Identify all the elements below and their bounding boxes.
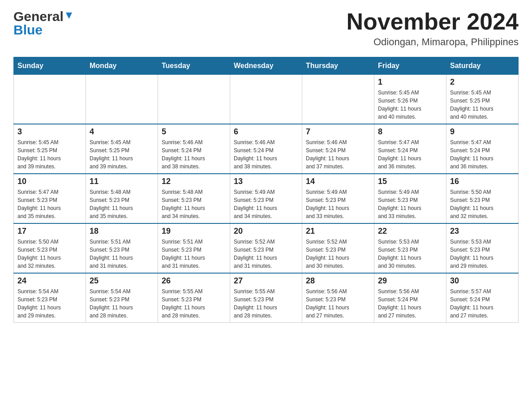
calendar-cell: 16Sunrise: 5:50 AM Sunset: 5:23 PM Dayli…: [446, 174, 519, 223]
day-info: Sunrise: 5:51 AM Sunset: 5:23 PM Dayligh…: [162, 238, 226, 270]
calendar-header-tuesday: Tuesday: [158, 57, 230, 75]
day-info: Sunrise: 5:45 AM Sunset: 5:26 PM Dayligh…: [378, 89, 442, 121]
day-number: 13: [234, 177, 298, 186]
calendar-cell: 9Sunrise: 5:47 AM Sunset: 5:24 PM Daylig…: [446, 124, 519, 174]
calendar-week-row: 3Sunrise: 5:45 AM Sunset: 5:25 PM Daylig…: [14, 124, 519, 174]
logo-blue: Blue: [13, 22, 43, 38]
calendar-cell: 12Sunrise: 5:48 AM Sunset: 5:23 PM Dayli…: [158, 174, 230, 223]
day-info: Sunrise: 5:49 AM Sunset: 5:23 PM Dayligh…: [378, 188, 442, 220]
day-number: 19: [162, 227, 226, 236]
day-info: Sunrise: 5:46 AM Sunset: 5:24 PM Dayligh…: [306, 138, 370, 171]
calendar-cell: [158, 75, 230, 124]
day-info: Sunrise: 5:54 AM Sunset: 5:23 PM Dayligh…: [17, 287, 82, 320]
calendar-header-row: SundayMondayTuesdayWednesdayThursdayFrid…: [14, 57, 519, 75]
day-info: Sunrise: 5:50 AM Sunset: 5:23 PM Dayligh…: [17, 238, 82, 270]
day-number: 25: [90, 276, 154, 286]
day-info: Sunrise: 5:51 AM Sunset: 5:23 PM Dayligh…: [90, 238, 154, 270]
calendar-cell: [302, 75, 374, 124]
day-info: Sunrise: 5:48 AM Sunset: 5:23 PM Dayligh…: [90, 188, 154, 220]
calendar-cell: 28Sunrise: 5:56 AM Sunset: 5:23 PM Dayli…: [302, 273, 374, 323]
day-info: Sunrise: 5:57 AM Sunset: 5:24 PM Dayligh…: [450, 287, 515, 320]
day-info: Sunrise: 5:55 AM Sunset: 5:23 PM Dayligh…: [234, 287, 298, 320]
calendar-cell: 27Sunrise: 5:55 AM Sunset: 5:23 PM Dayli…: [230, 273, 302, 323]
calendar-cell: 3Sunrise: 5:45 AM Sunset: 5:25 PM Daylig…: [14, 124, 86, 174]
calendar-cell: 30Sunrise: 5:57 AM Sunset: 5:24 PM Dayli…: [446, 273, 519, 323]
calendar-cell: 24Sunrise: 5:54 AM Sunset: 5:23 PM Dayli…: [14, 273, 86, 323]
calendar-header-saturday: Saturday: [446, 57, 519, 75]
calendar-cell: 13Sunrise: 5:49 AM Sunset: 5:23 PM Dayli…: [230, 174, 302, 223]
day-number: 20: [234, 227, 298, 236]
calendar-cell: 8Sunrise: 5:47 AM Sunset: 5:24 PM Daylig…: [374, 124, 446, 174]
calendar-cell: 20Sunrise: 5:52 AM Sunset: 5:23 PM Dayli…: [230, 223, 302, 273]
calendar-cell: [86, 75, 158, 124]
day-number: 24: [17, 276, 82, 286]
day-number: 17: [17, 227, 82, 236]
day-number: 5: [162, 127, 226, 137]
day-info: Sunrise: 5:56 AM Sunset: 5:23 PM Dayligh…: [306, 287, 370, 320]
day-info: Sunrise: 5:46 AM Sunset: 5:24 PM Dayligh…: [234, 138, 298, 171]
day-number: 10: [17, 177, 82, 186]
day-number: 16: [450, 177, 515, 186]
calendar-cell: 4Sunrise: 5:45 AM Sunset: 5:25 PM Daylig…: [86, 124, 158, 174]
calendar-cell: 19Sunrise: 5:51 AM Sunset: 5:23 PM Dayli…: [158, 223, 230, 273]
calendar-cell: 26Sunrise: 5:55 AM Sunset: 5:23 PM Dayli…: [158, 273, 230, 323]
day-number: 29: [378, 276, 442, 286]
calendar-cell: 7Sunrise: 5:46 AM Sunset: 5:24 PM Daylig…: [302, 124, 374, 174]
day-info: Sunrise: 5:49 AM Sunset: 5:23 PM Dayligh…: [306, 188, 370, 220]
day-number: 12: [162, 177, 226, 186]
day-info: Sunrise: 5:53 AM Sunset: 5:23 PM Dayligh…: [450, 238, 515, 270]
title-area: November 2024 Odiongan, Mimaropa, Philip…: [347, 9, 519, 48]
calendar-cell: 23Sunrise: 5:53 AM Sunset: 5:23 PM Dayli…: [446, 223, 519, 273]
month-title: November 2024: [347, 9, 519, 34]
day-info: Sunrise: 5:47 AM Sunset: 5:24 PM Dayligh…: [378, 138, 442, 171]
day-info: Sunrise: 5:53 AM Sunset: 5:23 PM Dayligh…: [378, 238, 442, 270]
day-number: 28: [306, 276, 370, 286]
calendar-cell: 25Sunrise: 5:54 AM Sunset: 5:23 PM Dayli…: [86, 273, 158, 323]
calendar-table: SundayMondayTuesdayWednesdayThursdayFrid…: [13, 57, 519, 323]
day-info: Sunrise: 5:45 AM Sunset: 5:25 PM Dayligh…: [17, 138, 82, 171]
day-number: 3: [17, 127, 82, 137]
day-number: 15: [378, 177, 442, 186]
calendar-header-friday: Friday: [374, 57, 446, 75]
calendar-week-row: 17Sunrise: 5:50 AM Sunset: 5:23 PM Dayli…: [14, 223, 519, 273]
day-info: Sunrise: 5:49 AM Sunset: 5:23 PM Dayligh…: [234, 188, 298, 220]
calendar-cell: 21Sunrise: 5:52 AM Sunset: 5:23 PM Dayli…: [302, 223, 374, 273]
day-info: Sunrise: 5:47 AM Sunset: 5:23 PM Dayligh…: [17, 188, 82, 220]
calendar-cell: 15Sunrise: 5:49 AM Sunset: 5:23 PM Dayli…: [374, 174, 446, 223]
calendar-cell: 11Sunrise: 5:48 AM Sunset: 5:23 PM Dayli…: [86, 174, 158, 223]
day-info: Sunrise: 5:46 AM Sunset: 5:24 PM Dayligh…: [162, 138, 226, 171]
day-number: 9: [450, 127, 515, 137]
calendar-cell: 22Sunrise: 5:53 AM Sunset: 5:23 PM Dayli…: [374, 223, 446, 273]
calendar-cell: 17Sunrise: 5:50 AM Sunset: 5:23 PM Dayli…: [14, 223, 86, 273]
day-number: 27: [234, 276, 298, 286]
day-info: Sunrise: 5:56 AM Sunset: 5:24 PM Dayligh…: [378, 287, 442, 320]
logo-general: General: [13, 9, 64, 24]
day-number: 7: [306, 127, 370, 137]
day-number: 30: [450, 276, 515, 286]
day-info: Sunrise: 5:55 AM Sunset: 5:23 PM Dayligh…: [162, 287, 226, 320]
day-number: 14: [306, 177, 370, 186]
calendar-week-row: 24Sunrise: 5:54 AM Sunset: 5:23 PM Dayli…: [14, 273, 519, 323]
calendar-week-row: 10Sunrise: 5:47 AM Sunset: 5:23 PM Dayli…: [14, 174, 519, 223]
day-number: 18: [90, 227, 154, 236]
day-number: 4: [90, 127, 154, 137]
calendar-header-thursday: Thursday: [302, 57, 374, 75]
calendar-cell: 5Sunrise: 5:46 AM Sunset: 5:24 PM Daylig…: [158, 124, 230, 174]
calendar-cell: [230, 75, 302, 124]
day-number: 6: [234, 127, 298, 137]
calendar-cell: 2Sunrise: 5:45 AM Sunset: 5:25 PM Daylig…: [446, 75, 519, 124]
svg-marker-0: [66, 13, 72, 19]
calendar-cell: 29Sunrise: 5:56 AM Sunset: 5:24 PM Dayli…: [374, 273, 446, 323]
day-number: 8: [378, 127, 442, 137]
calendar-cell: [14, 75, 86, 124]
day-info: Sunrise: 5:52 AM Sunset: 5:23 PM Dayligh…: [306, 238, 370, 270]
day-info: Sunrise: 5:50 AM Sunset: 5:23 PM Dayligh…: [450, 188, 515, 220]
day-number: 2: [450, 77, 515, 87]
day-info: Sunrise: 5:47 AM Sunset: 5:24 PM Dayligh…: [450, 138, 515, 171]
calendar-week-row: 1Sunrise: 5:45 AM Sunset: 5:26 PM Daylig…: [14, 75, 519, 124]
location-title: Odiongan, Mimaropa, Philippines: [347, 36, 519, 48]
calendar-cell: 18Sunrise: 5:51 AM Sunset: 5:23 PM Dayli…: [86, 223, 158, 273]
day-number: 11: [90, 177, 154, 186]
calendar-header-wednesday: Wednesday: [230, 57, 302, 75]
day-info: Sunrise: 5:54 AM Sunset: 5:23 PM Dayligh…: [90, 287, 154, 320]
